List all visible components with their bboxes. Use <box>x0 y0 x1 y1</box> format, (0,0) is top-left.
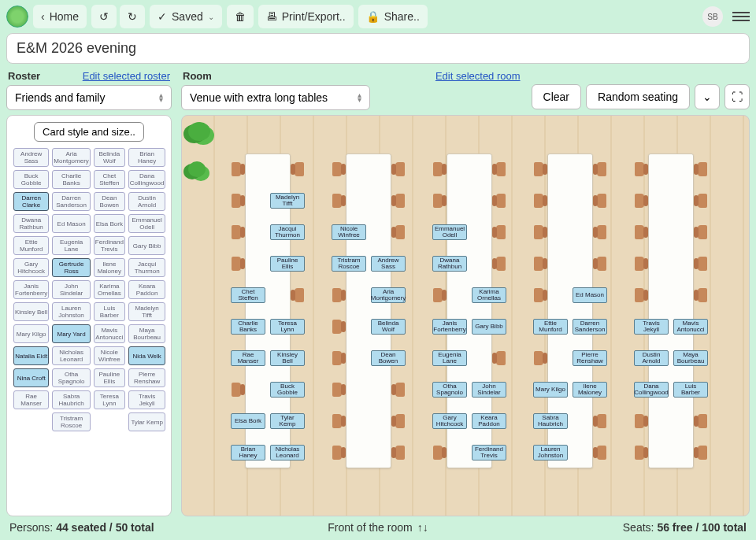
seated-card[interactable]: Pauline Ellis <box>270 256 305 272</box>
seat[interactable] <box>232 194 241 208</box>
random-seating-more-button[interactable]: ⌄ <box>695 84 720 109</box>
seat[interactable] <box>332 351 342 365</box>
seat[interactable] <box>295 162 304 176</box>
roster-person[interactable]: Luis Barber <box>94 302 125 321</box>
seat[interactable] <box>534 257 543 271</box>
seat[interactable] <box>395 162 405 176</box>
roster-person[interactable]: Ettie Munford <box>13 236 49 255</box>
seated-card[interactable]: Madelyn Tifft <box>270 193 305 209</box>
seat[interactable] <box>395 194 405 208</box>
roster-person[interactable]: Janis Fortenberry <box>13 280 49 299</box>
seated-card[interactable]: Buck Gobble <box>270 382 305 398</box>
seat[interactable] <box>332 414 342 428</box>
roster-person[interactable]: Jacqui Thurmon <box>128 258 166 277</box>
roster-person[interactable]: Rae Manser <box>13 390 49 409</box>
seated-card[interactable]: Ettie Munford <box>533 319 568 335</box>
seated-card[interactable]: Brian Haney <box>231 445 265 460</box>
roster-person[interactable]: Nicholas Leonard <box>52 346 90 365</box>
seat[interactable] <box>635 225 644 239</box>
seat[interactable] <box>597 194 606 208</box>
roster-person[interactable]: Kinsley Bell <box>13 302 49 321</box>
seat[interactable] <box>332 288 342 302</box>
roster-person[interactable]: Chet Steffen <box>94 170 125 189</box>
seat[interactable] <box>332 383 342 397</box>
seat[interactable] <box>698 257 707 271</box>
roster-select[interactable]: Friends and family ▴▾ <box>6 85 172 110</box>
redo-button[interactable]: ↻ <box>120 5 145 28</box>
seated-card[interactable]: Lauren Johnston <box>533 445 568 460</box>
seat[interactable] <box>635 194 644 208</box>
roster-person[interactable]: Elsa Bork <box>94 214 125 233</box>
share-button[interactable]: 🔒Share.. <box>358 5 428 28</box>
seat[interactable] <box>635 257 644 271</box>
seated-card[interactable]: Otha Spagnolo <box>432 382 467 398</box>
delete-button[interactable]: 🗑 <box>227 5 254 28</box>
edit-room-link[interactable]: Edit selected room <box>435 70 521 82</box>
seated-card[interactable]: John Sindelar <box>472 382 506 398</box>
roster-person[interactable]: Buck Gobble <box>13 170 49 189</box>
seat[interactable] <box>534 194 543 208</box>
seated-card[interactable]: Travis Jekyll <box>634 319 669 335</box>
roster-person[interactable]: Charlie Banks <box>52 170 90 189</box>
roster-person[interactable]: Tristram Roscoe <box>52 412 90 431</box>
seated-card[interactable]: Belinda Wolf <box>371 319 406 335</box>
edit-roster-link[interactable]: Edit selected roster <box>83 70 170 82</box>
seat[interactable] <box>395 414 405 428</box>
seat[interactable] <box>332 194 342 208</box>
roster-person[interactable]: Pauline Ellis <box>94 368 125 387</box>
swap-icon[interactable]: ↑↓ <box>417 521 428 534</box>
card-style-button[interactable]: Card style and size.. <box>34 122 144 142</box>
seated-card[interactable]: Andrew Sass <box>371 256 406 272</box>
seat[interactable] <box>635 162 644 176</box>
seated-card[interactable]: Gary Hitchcock <box>432 413 467 429</box>
random-seating-button[interactable]: Random seating <box>586 84 690 109</box>
seat[interactable] <box>597 225 606 239</box>
seat[interactable] <box>534 288 543 302</box>
seat[interactable] <box>232 162 241 176</box>
seated-card[interactable]: Dana Collingwood <box>634 382 669 398</box>
roster-person[interactable]: Belinda Wolf <box>94 148 125 167</box>
roster-person[interactable]: Darren Clarke <box>13 192 49 211</box>
table[interactable] <box>648 153 694 468</box>
roster-person[interactable]: Pierre Renshaw <box>128 368 166 387</box>
seated-card[interactable]: Sabra Haubrich <box>533 413 568 429</box>
roster-person[interactable]: Emmanuel Odell <box>128 214 166 233</box>
seated-card[interactable]: Nicole Winfree <box>332 224 366 240</box>
seated-card[interactable]: Chet Steffen <box>231 287 265 303</box>
table[interactable] <box>346 153 391 468</box>
seat[interactable] <box>698 225 707 239</box>
roster-person[interactable]: Madelyn Tifft <box>128 302 166 321</box>
roster-person[interactable]: Keara Paddon <box>128 280 166 299</box>
seated-card[interactable]: Jacqui Thurmon <box>270 224 305 240</box>
seated-card[interactable]: Maya Bourbeau <box>673 350 708 366</box>
seat[interactable] <box>232 383 241 397</box>
roster-person[interactable]: Dean Bowen <box>94 192 125 211</box>
seat[interactable] <box>395 225 405 239</box>
seat[interactable] <box>496 162 506 176</box>
roster-person[interactable]: Dana Collingwood <box>128 170 166 189</box>
seat[interactable] <box>433 288 443 302</box>
seated-card[interactable]: Mavis Antonucci <box>673 319 708 335</box>
seat[interactable] <box>232 257 241 271</box>
seated-card[interactable]: Karima Ornellas <box>472 287 506 303</box>
roster-person[interactable]: Karima Ornellas <box>94 280 125 299</box>
seated-card[interactable]: Pierre Renshaw <box>573 350 607 366</box>
roster-person[interactable]: Nicole Winfree <box>94 346 125 365</box>
seat[interactable] <box>433 194 443 208</box>
seat[interactable] <box>232 225 241 239</box>
roster-person[interactable]: Lauren Johnston <box>52 302 90 321</box>
roster-person[interactable]: Aria Montgomery <box>52 148 90 167</box>
seated-card[interactable]: Kinsley Bell <box>270 350 305 366</box>
clear-button[interactable]: Clear <box>532 84 581 109</box>
seat[interactable] <box>698 162 707 176</box>
roster-person[interactable]: Otha Spagnolo <box>52 368 90 387</box>
seat[interactable] <box>332 320 342 334</box>
seated-card[interactable]: Dustin Arnold <box>634 350 669 366</box>
seat[interactable] <box>635 446 644 460</box>
seat[interactable] <box>597 446 606 460</box>
roster-person[interactable]: Sabra Haubrich <box>52 390 90 409</box>
roster-person[interactable]: Darren Sanderson <box>52 192 90 211</box>
home-button[interactable]: ‹Home <box>33 5 87 28</box>
seated-card[interactable]: Tristram Roscoe <box>332 256 366 272</box>
roster-person[interactable]: Brian Haney <box>128 148 166 167</box>
